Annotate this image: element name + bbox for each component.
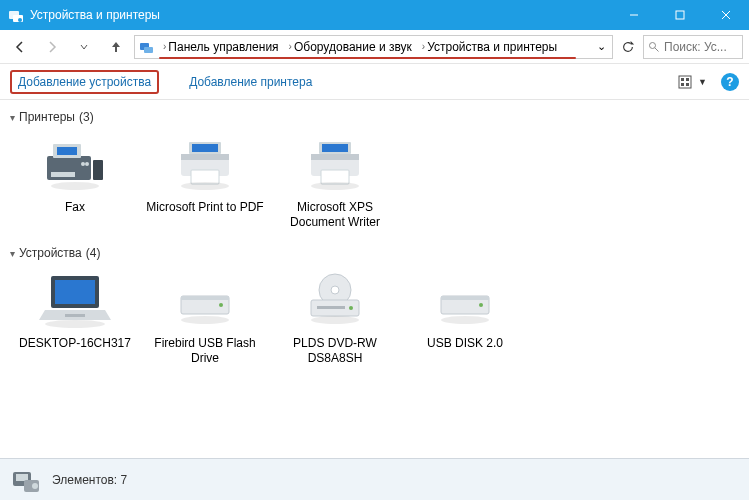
svg-rect-25	[192, 144, 218, 152]
breadcrumb-seg-1[interactable]: ›Оборудование и звук	[285, 36, 416, 58]
help-button[interactable]: ?	[721, 73, 739, 91]
svg-point-35	[311, 182, 359, 190]
device-item[interactable]: Fax	[10, 130, 140, 240]
device-item[interactable]: Microsoft Print to PDF	[140, 130, 270, 240]
chevron-right-icon: ›	[163, 41, 166, 52]
svg-point-23	[51, 182, 99, 190]
up-button[interactable]	[102, 34, 130, 60]
svg-rect-55	[16, 474, 28, 481]
breadcrumb-seg-2[interactable]: ›Устройства и принтеры	[418, 36, 561, 58]
search-icon	[648, 41, 660, 53]
svg-point-21	[81, 162, 85, 166]
add-device-button[interactable]: Добавление устройства	[10, 70, 159, 94]
titlebar: Устройства и принтеры	[0, 0, 749, 30]
view-options-button[interactable]: ▼	[678, 75, 707, 89]
device-item[interactable]: Firebird USB Flash Drive	[140, 266, 270, 376]
svg-point-43	[181, 316, 229, 324]
statusbar-text: Элементов: 7	[52, 473, 127, 487]
app-icon	[8, 7, 24, 23]
back-button[interactable]	[6, 34, 34, 60]
svg-point-9	[650, 42, 656, 48]
svg-point-45	[331, 286, 339, 294]
chevron-down-icon[interactable]: ⌄	[597, 40, 606, 53]
chevron-right-icon: ›	[422, 41, 425, 52]
breadcrumb[interactable]: ›Панель управления ›Оборудование и звук …	[134, 35, 613, 59]
svg-rect-31	[322, 144, 348, 152]
search-box[interactable]	[643, 35, 743, 59]
svg-point-52	[479, 303, 483, 307]
svg-rect-14	[681, 83, 684, 86]
breadcrumb-seg-0[interactable]: ›Панель управления	[159, 36, 283, 58]
close-button[interactable]	[703, 0, 749, 30]
device-item[interactable]: DESKTOP-16CH317	[10, 266, 140, 376]
svg-rect-19	[93, 160, 103, 180]
svg-rect-27	[181, 154, 229, 160]
svg-rect-51	[441, 296, 489, 300]
collapse-icon: ▾	[10, 248, 15, 259]
minimize-button[interactable]	[611, 0, 657, 30]
svg-rect-28	[191, 170, 219, 184]
forward-button[interactable]	[38, 34, 66, 60]
content-area: ▾ Принтеры (3) Fax	[0, 100, 749, 462]
drive-icon	[429, 268, 501, 332]
toolbar: Добавление устройства Добавление принтер…	[0, 64, 749, 100]
printers-row: Fax Microsoft Print to PDF	[10, 130, 739, 240]
group-header-printers[interactable]: ▾ Принтеры (3)	[10, 110, 739, 124]
device-item[interactable]: Microsoft XPS Document Writer	[270, 130, 400, 240]
svg-point-42	[219, 303, 223, 307]
recent-dropdown[interactable]	[70, 34, 98, 60]
svg-rect-38	[65, 314, 85, 317]
breadcrumb-icon	[139, 39, 155, 55]
refresh-button[interactable]	[617, 36, 639, 58]
devices-row: DESKTOP-16CH317 Firebird USB Flash Drive	[10, 266, 739, 376]
optical-drive-icon	[299, 268, 371, 332]
window-title: Устройства и принтеры	[30, 8, 611, 22]
svg-rect-41	[181, 296, 229, 300]
navbar: ›Панель управления ›Оборудование и звук …	[0, 30, 749, 64]
svg-rect-18	[57, 147, 77, 155]
group-header-devices[interactable]: ▾ Устройства (4)	[10, 246, 739, 260]
statusbar: Элементов: 7	[0, 458, 749, 500]
svg-rect-47	[317, 306, 345, 309]
svg-rect-4	[676, 11, 684, 19]
svg-rect-12	[681, 78, 684, 81]
fax-icon	[39, 132, 111, 196]
svg-rect-11	[679, 76, 691, 88]
svg-rect-8	[144, 47, 153, 53]
svg-point-48	[349, 306, 353, 310]
svg-point-57	[32, 483, 38, 489]
svg-point-2	[18, 18, 22, 22]
laptop-icon	[39, 268, 111, 332]
svg-point-22	[85, 162, 89, 166]
svg-rect-13	[686, 78, 689, 81]
svg-point-29	[181, 182, 229, 190]
svg-point-39	[45, 320, 105, 328]
highlight-underline	[159, 57, 576, 59]
printer-icon	[169, 132, 241, 196]
svg-rect-37	[55, 280, 95, 304]
svg-point-49	[311, 316, 359, 324]
svg-rect-15	[686, 83, 689, 86]
svg-point-53	[441, 316, 489, 324]
svg-rect-20	[51, 172, 75, 177]
add-printer-button[interactable]: Добавление принтера	[183, 72, 318, 92]
drive-icon	[169, 268, 241, 332]
device-item[interactable]: PLDS DVD-RW DS8A8SH	[270, 266, 400, 376]
printer-icon	[299, 132, 371, 196]
svg-rect-34	[321, 170, 349, 184]
chevron-down-icon: ▼	[698, 77, 707, 87]
svg-rect-33	[311, 154, 359, 160]
chevron-right-icon: ›	[289, 41, 292, 52]
device-item[interactable]: USB DISK 2.0	[400, 266, 530, 376]
collapse-icon: ▾	[10, 112, 15, 123]
svg-line-10	[655, 47, 659, 51]
maximize-button[interactable]	[657, 0, 703, 30]
statusbar-icon	[10, 464, 42, 496]
search-input[interactable]	[664, 40, 738, 54]
